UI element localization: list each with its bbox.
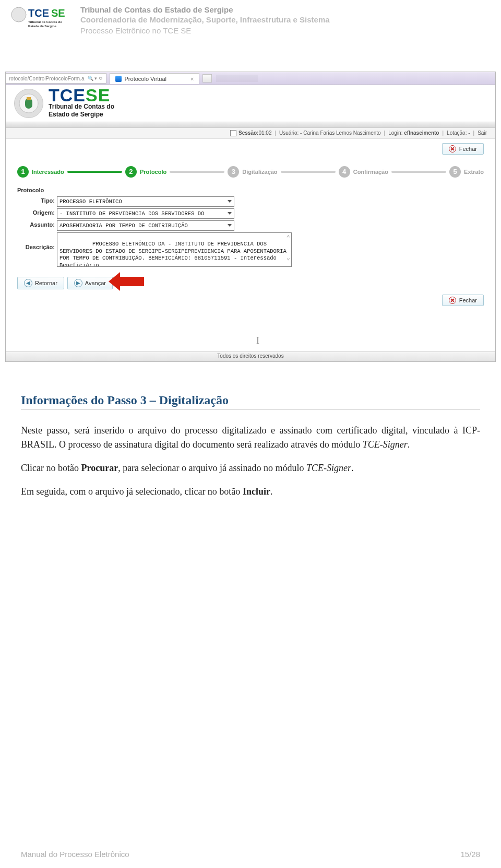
session-bar: Sessão:01:02 | Usuário: - Carina Farias … (6, 128, 495, 139)
tipo-label: Tipo: (17, 196, 57, 204)
svg-text:SE: SE (51, 7, 65, 19)
logout-link[interactable]: Sair (478, 130, 487, 136)
session-icon (230, 130, 236, 136)
chevron-down-icon (228, 224, 232, 227)
article-body: Informações do Passo 3 – Digitalização N… (21, 393, 480, 499)
step-4-confirmacao[interactable]: 4Confirmação (339, 166, 388, 178)
arrow-left-icon: ◀ (24, 279, 32, 287)
site-footer: Todos os direitos reservados (6, 351, 495, 361)
section-heading: Informações do Passo 3 – Digitalização (21, 393, 480, 410)
session-user: - Carina Farias Lemos Nascimento (300, 130, 381, 136)
descricao-textarea[interactable]: PROCESSO ELETRÔNICO DA - INSTITUTO DE PR… (57, 232, 292, 267)
origem-select[interactable]: - INSTITUTO DE PREVIDENCIA DOS SERVIDORE… (57, 208, 234, 219)
wizard-stepper: 1Interessado 2Protocolo 3Digitalização 4… (6, 164, 495, 180)
step-1-interessado[interactable]: 1Interessado (17, 166, 64, 178)
action-bar: ◀ Retornar ▶ Avançar (6, 272, 495, 292)
paragraph-3: Em seguida, com o arquivo já selecionado… (21, 485, 480, 499)
fechar-button-top[interactable]: Fechar (442, 143, 484, 155)
step-3-digitalizacao[interactable]: 3Digitalização (228, 166, 277, 178)
tab-close-icon[interactable]: × (190, 76, 194, 82)
svg-rect-7 (27, 97, 31, 100)
gradient-bar (6, 122, 495, 128)
site-subtitle-1: Tribunal de Contas do (49, 103, 114, 110)
favicon-icon (115, 76, 122, 82)
browser-tab-bar: rotocolo/ControlProtocoloForm.a 🔍 ▾ ↻ Pr… (6, 72, 495, 85)
site-subtitle-2: Estado de Sergipe (49, 111, 114, 118)
svg-point-0 (11, 7, 26, 22)
form-section-title: Protocolo (17, 187, 484, 193)
chevron-down-icon (228, 212, 232, 215)
scrollbar-icon[interactable]: ⌃⌄ (287, 235, 290, 261)
tab-title: Protocolo Virtual (125, 76, 167, 82)
text-cursor-icon: I (256, 335, 495, 346)
svg-text:Tribunal de Contas do: Tribunal de Contas do (28, 20, 62, 24)
sergipe-emblem-icon (14, 89, 43, 118)
step-5-extrato[interactable]: 5Extrato (449, 166, 484, 178)
close-icon (449, 297, 456, 304)
site-header: TCESE Tribunal de Contas do Estado de Se… (6, 85, 495, 122)
page-number: 15/28 (460, 850, 480, 859)
logo-text-se: SE (86, 85, 110, 105)
document-header: TCE SE Tribunal de Contas do Estado de S… (0, 0, 501, 38)
descricao-label: Descrição: (17, 232, 57, 250)
logo-text-tce: TCE (49, 85, 86, 105)
step-2-protocolo[interactable]: 2Protocolo (125, 166, 166, 178)
svg-text:TCE: TCE (28, 7, 49, 19)
protocolo-form: Protocolo Tipo: PROCESSO ELETRÔNICO Orig… (6, 180, 495, 272)
embedded-screenshot: rotocolo/ControlProtocoloForm.a 🔍 ▾ ↻ Pr… (5, 72, 496, 362)
paragraph-2: Clicar no botão Procurar, para seleciona… (21, 461, 480, 475)
fechar-button-bottom[interactable]: Fechar (442, 295, 484, 306)
browser-tab[interactable]: Protocolo Virtual × (110, 73, 200, 84)
new-tab-button[interactable] (202, 74, 212, 83)
assunto-label: Assunto: (17, 220, 57, 228)
svg-text:Estado de Sergipe: Estado de Sergipe (28, 24, 57, 28)
tipo-select[interactable]: PROCESSO ELETRÔNICO (57, 196, 234, 207)
footer-title: Manual do Processo Eletrônico (21, 850, 129, 859)
tcese-logo: TCE SE Tribunal de Contas do Estado de S… (10, 4, 73, 33)
assunto-select[interactable]: APOSENTADORIA POR TEMPO DE CONTRIBUIÇÃO (57, 220, 234, 231)
header-org: Tribunal de Contas do Estado de Sergipe (80, 5, 330, 14)
address-bar-fragment[interactable]: rotocolo/ControlProtocoloForm.a 🔍 ▾ ↻ (6, 73, 106, 84)
header-dept: Coordenadoria de Modernização, Suporte, … (80, 15, 330, 24)
inactive-tab[interactable] (216, 75, 258, 82)
paragraph-1: Neste passo, será inserido o arquivo do … (21, 424, 480, 452)
red-arrow-annotation (120, 277, 144, 289)
session-login: cflnascimento (404, 130, 439, 136)
header-docname: Processo Eletrônico no TCE SE (80, 26, 330, 35)
close-icon (449, 145, 456, 153)
retornar-button[interactable]: ◀ Retornar (17, 277, 64, 289)
avancar-button[interactable]: ▶ Avançar (67, 277, 113, 289)
arrow-right-icon: ▶ (74, 279, 82, 287)
chevron-down-icon (228, 200, 232, 203)
page-footer: Manual do Processo Eletrônico 15/28 (21, 850, 480, 859)
origem-label: Origem: (17, 208, 57, 216)
